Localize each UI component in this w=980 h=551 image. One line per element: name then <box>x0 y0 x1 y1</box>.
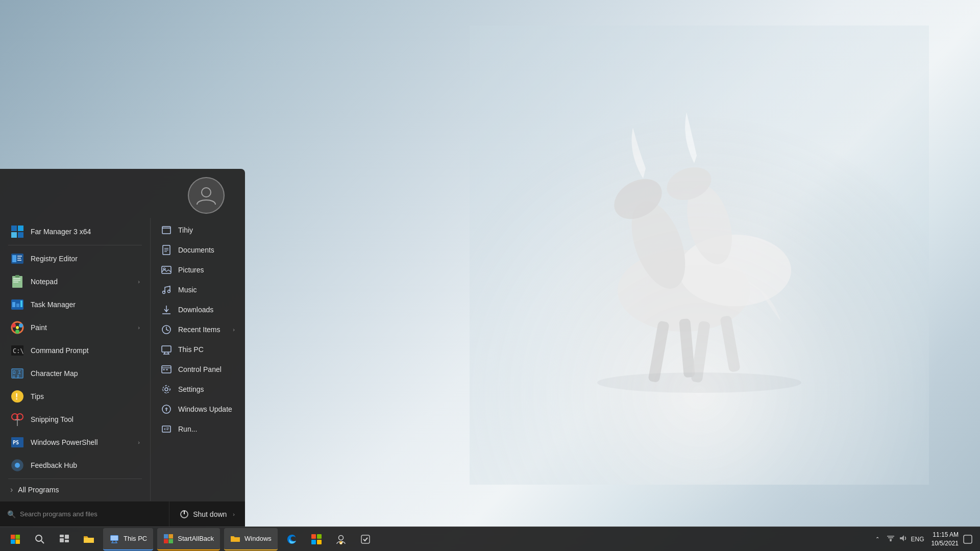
menu-right-column: Tihiy Documents Pictures <box>151 218 245 501</box>
svg-rect-10 <box>720 315 741 372</box>
shutdown-arrow: › <box>233 511 235 517</box>
keyboard-layout-indicator[interactable]: ENG <box>911 536 924 543</box>
svg-rect-15 <box>11 232 17 238</box>
menu-item-paint[interactable]: Paint › <box>2 316 148 339</box>
menu-item-registry-editor[interactable]: Registry Editor <box>2 247 148 270</box>
menu-item-tips[interactable]: ! Tips <box>2 385 148 408</box>
menu-item-this-pc[interactable]: This PC <box>153 340 243 359</box>
taskbar-widgets-button[interactable] <box>53 528 76 550</box>
svg-point-3 <box>621 194 696 296</box>
taskbar-clock[interactable]: 11:15 AM 10/5/2021 <box>932 531 959 548</box>
menu-item-downloads[interactable]: Downloads <box>153 300 243 319</box>
taskbar-identity-button[interactable] <box>330 528 352 550</box>
system-tray-expand[interactable]: ⌃ <box>871 528 884 550</box>
menu-left-column: Far Manager 3 x64 Registry Editor <box>0 218 151 501</box>
volume-icon[interactable] <box>899 534 907 544</box>
taskbar-explorer-button[interactable] <box>78 528 100 550</box>
svg-text:C:\: C:\ <box>13 347 24 355</box>
control-panel-icon <box>161 364 172 375</box>
menu-item-task-manager[interactable]: Task Manager <box>2 293 148 316</box>
svg-rect-29 <box>16 304 19 307</box>
svg-rect-86 <box>60 535 64 537</box>
start-menu: Far Manager 3 x64 Registry Editor <box>0 169 245 527</box>
svg-rect-106 <box>890 540 892 541</box>
taskbar-store-button[interactable] <box>305 528 328 550</box>
taskbar-left-section: This PC StartAllBack Windows <box>0 528 381 550</box>
store-icon <box>311 534 322 545</box>
svg-point-103 <box>338 535 343 540</box>
svg-rect-75 <box>162 426 170 432</box>
search-icon-small: 🔍 <box>7 510 16 518</box>
svg-line-85 <box>41 541 44 543</box>
svg-rect-24 <box>13 280 20 281</box>
notification-icon <box>963 535 972 544</box>
tips-icon: ! <box>10 389 24 404</box>
shutdown-button[interactable]: Shut down › <box>169 502 245 527</box>
taskbar-extra-button[interactable] <box>354 528 377 550</box>
svg-rect-96 <box>169 534 174 539</box>
security-icon <box>360 534 371 545</box>
menu-item-pictures[interactable]: Pictures <box>153 260 243 280</box>
menu-item-powershell[interactable]: PS Windows PowerShell › <box>2 431 148 454</box>
menu-item-tihiy[interactable]: Tihiy <box>153 220 243 240</box>
svg-point-51 <box>15 463 20 468</box>
taskbar-startallback[interactable]: StartAllBack <box>157 528 220 550</box>
windows-update-icon <box>161 404 172 415</box>
svg-rect-14 <box>18 226 23 231</box>
menu-item-snipping-tool[interactable]: Snipping Tool <box>2 408 148 431</box>
svg-rect-81 <box>16 535 20 539</box>
svg-rect-98 <box>169 539 174 543</box>
taskbar: This PC StartAllBack Windows <box>0 527 980 551</box>
svg-rect-26 <box>15 275 19 278</box>
menu-item-documents[interactable]: Documents <box>153 240 243 260</box>
user-avatar[interactable] <box>188 177 225 214</box>
menu-item-control-panel[interactable]: Control Panel <box>153 360 243 379</box>
start-button[interactable] <box>4 528 27 550</box>
menu-item-run[interactable]: Run... <box>153 419 243 439</box>
snipping-tool-icon <box>10 412 24 427</box>
svg-rect-13 <box>11 226 17 231</box>
svg-point-73 <box>163 386 170 393</box>
taskbar-this-pc[interactable]: This PC <box>103 528 153 550</box>
edge-icon <box>286 534 298 545</box>
svg-rect-8 <box>679 318 695 378</box>
notepad-arrow: › <box>138 279 140 285</box>
menu-item-windows-update[interactable]: Windows Update <box>153 399 243 419</box>
menu-item-all-programs[interactable]: › All Programs <box>2 481 148 498</box>
powershell-icon: PS <box>10 435 24 449</box>
svg-rect-7 <box>648 320 670 383</box>
this-pc-icon <box>161 344 172 355</box>
menu-item-feedback-hub[interactable]: Feedback Hub <box>2 454 148 477</box>
svg-text:PS: PS <box>13 440 19 445</box>
menu-item-music[interactable]: Music <box>153 280 243 299</box>
paint-arrow: › <box>138 324 140 331</box>
svg-rect-83 <box>16 539 20 544</box>
taskbar-edge-button[interactable] <box>281 528 303 550</box>
menu-item-recent-items[interactable]: Recent Items › <box>153 320 243 339</box>
network-icon[interactable] <box>887 534 895 544</box>
menu-item-far-manager[interactable]: Far Manager 3 x64 <box>2 220 148 243</box>
svg-rect-95 <box>164 534 168 539</box>
svg-point-34 <box>15 330 19 334</box>
svg-rect-0 <box>470 26 929 485</box>
widgets-icon <box>59 534 69 544</box>
menu-item-notepad[interactable]: Notepad › <box>2 270 148 293</box>
settings-icon <box>161 384 172 395</box>
svg-rect-101 <box>311 540 316 544</box>
menu-item-character-map[interactable]: Ω Σ α β Character Map <box>2 362 148 385</box>
taskbar-search-button[interactable] <box>29 528 51 550</box>
taskbar-windows-folder[interactable]: Windows <box>224 528 278 550</box>
notepad-icon <box>10 274 24 289</box>
search-input[interactable] <box>20 510 162 518</box>
action-center-button[interactable] <box>962 533 974 545</box>
svg-rect-89 <box>65 540 69 542</box>
svg-point-32 <box>12 323 16 328</box>
menu-item-command-prompt[interactable]: C:\ Command Prompt <box>2 339 148 362</box>
svg-rect-18 <box>12 255 16 262</box>
svg-rect-58 <box>162 266 171 273</box>
file-explorer-icon <box>83 534 94 545</box>
menu-item-settings[interactable]: Settings <box>153 380 243 399</box>
identity-icon <box>335 534 347 545</box>
powershell-arrow: › <box>138 439 140 445</box>
pictures-icon <box>161 264 172 276</box>
